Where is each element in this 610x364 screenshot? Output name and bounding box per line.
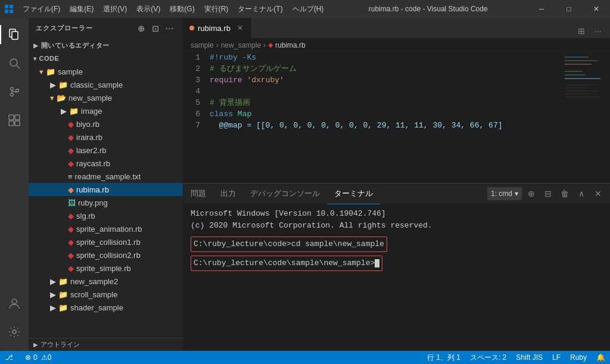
svg-point-6 (10, 59, 17, 66)
menu-select[interactable]: 選択(V) (98, 0, 132, 18)
panel-tab-problems[interactable]: 問題 (183, 183, 213, 204)
activity-search[interactable] (0, 49, 29, 77)
tree-item-laser2[interactable]: ◆ laser2.rb (29, 144, 183, 157)
tree-item-scroll-sample[interactable]: ▶ 📁 scroll_sample (29, 288, 183, 301)
split-editor-button[interactable]: ⊞ (574, 24, 589, 38)
breadcrumb: sample › new_sample › ◆ rubima.rb (183, 39, 610, 52)
svg-rect-23 (565, 78, 600, 79)
tree-item-ruby-png[interactable]: 🖼 ruby.png (29, 196, 183, 209)
tab-rubima[interactable]: rubima.rb ✕ (183, 18, 251, 38)
tree-item-sprite-collision2[interactable]: ◆ sprite_collision2.rb (29, 248, 183, 262)
more-actions-button[interactable]: ··· (591, 24, 605, 38)
tree-item-rubima[interactable]: ◆ rubima.rb (29, 183, 183, 196)
menu-file[interactable]: ファイル(F) (18, 0, 65, 18)
tab-bar-actions: ⊞ ··· (574, 24, 610, 38)
tab-close-button[interactable]: ✕ (235, 23, 245, 33)
chevron-down-icon: ▾ (50, 94, 54, 102)
tree-item-sprite-simple[interactable]: ◆ sprite_simple.rb (29, 262, 183, 275)
window-title: rubima.rb - code - Visual Studio Code (328, 5, 528, 13)
sidebar-content: ▶ 開いているエディター ▾ CODE ▾ 📁 sample ▶ 📁 class… (29, 39, 183, 338)
code-line-6: 6 class Map (183, 108, 562, 120)
terminal-shell-dropdown[interactable]: 1: cmd ▾ (487, 187, 522, 200)
sidebar-outline[interactable]: ▶ アウトライン (29, 338, 183, 351)
status-encoding[interactable]: Shift JIS (511, 351, 547, 364)
breadcrumb-sep-2: › (263, 41, 266, 49)
status-left: ⎇ ⊗ 0 ⚠ 0 (0, 351, 56, 364)
panel-tab-output[interactable]: 出力 (213, 183, 243, 204)
tree-item-classic-sample[interactable]: ▶ 📁 classic_sample (29, 78, 183, 91)
tree-item-sprite-animation[interactable]: ◆ sprite_animation.rb (29, 222, 183, 235)
svg-rect-25 (565, 88, 587, 88)
chevron-right-icon: ▶ (33, 341, 38, 348)
status-branch[interactable]: ⎇ (0, 351, 20, 364)
svg-point-9 (11, 94, 14, 97)
panel-tab-actions: 1: cmd ▾ ⊕ ⊟ 🗑 ∧ ✕ (487, 186, 610, 201)
status-language[interactable]: Ruby (565, 351, 592, 364)
tab-label: rubima.rb (198, 24, 231, 33)
panel-maximize-button[interactable]: ∧ (574, 186, 589, 201)
menu-terminal[interactable]: ターミナル(T) (233, 0, 287, 18)
minimize-button[interactable]: ─ (528, 0, 555, 18)
folder-open-icon: 📂 (57, 94, 66, 102)
menu-help[interactable]: ヘルプ(H) (288, 0, 329, 18)
terminal-welcome-2: (c) 2020 Microsoft Corporation. All righ… (191, 220, 603, 232)
activity-settings[interactable] (0, 318, 29, 346)
terminal-content[interactable]: Microsoft Windows [Version 10.0.19042.74… (183, 204, 610, 293)
activity-extensions[interactable] (0, 106, 29, 135)
status-errors[interactable]: ⊗ 0 ⚠ 0 (20, 351, 56, 364)
svg-point-16 (13, 330, 16, 334)
status-bell[interactable]: 🔔 (592, 351, 610, 364)
folder-icon: 📁 (58, 290, 68, 299)
split-terminal-button[interactable]: ⊟ (541, 186, 555, 201)
tree-item-sample[interactable]: ▾ 📁 sample (29, 65, 183, 78)
svg-rect-3 (10, 10, 13, 13)
section-code[interactable]: ▾ CODE (29, 52, 183, 65)
code-editor[interactable]: 1 #!ruby -Ks 2 # るびまサンプルゲーム 3 require 'd… (183, 52, 562, 183)
close-button[interactable]: ✕ (583, 0, 610, 18)
breadcrumb-new-sample[interactable]: new_sample (221, 41, 261, 49)
new-terminal-button[interactable]: ⊕ (524, 186, 539, 201)
menu-view[interactable]: 表示(V) (132, 0, 165, 18)
code-line-4: 4 (183, 86, 562, 97)
ruby-file-icon: ◆ (68, 264, 74, 273)
activity-account[interactable] (0, 289, 29, 318)
activity-source-control[interactable] (0, 77, 29, 106)
tree-item-readme[interactable]: ≡ readme_sample.txt (29, 170, 183, 183)
section-open-editors[interactable]: ▶ 開いているエディター (29, 39, 183, 52)
menu-edit[interactable]: 編集(E) (65, 0, 98, 18)
menu-bar: ファイル(F) 編集(E) 選択(V) 表示(V) 移動(G) 実行(R) ター… (18, 0, 328, 18)
panel-close-button[interactable]: ✕ (591, 186, 605, 201)
editor-area: rubima.rb ✕ ⊞ ··· sample › new_sample › … (183, 18, 610, 351)
tree-item-sprite-collision1[interactable]: ◆ sprite_collision1.rb (29, 235, 183, 248)
status-position[interactable]: 行 1、列 1 (422, 351, 465, 364)
sidebar-new-file-button[interactable]: ⊕ (135, 23, 147, 35)
tree-item-image[interactable]: ▶ 📁 image (29, 104, 183, 117)
tree-item-iraira[interactable]: ◆ iraira.rb (29, 130, 183, 144)
panel-tab-bar: 問題 出力 デバッグコンソール ターミナル 1: cmd ▾ ⊕ ⊟ 🗑 ∧ ✕ (183, 183, 610, 204)
svg-point-8 (11, 88, 14, 91)
terminal-cmd1: C:\ruby_lecture\code>cd sample\new_sampl… (191, 237, 387, 252)
tree-item-new-sample[interactable]: ▾ 📂 new_sample (29, 91, 183, 104)
sidebar-more-button[interactable]: ··· (164, 23, 176, 35)
menu-go[interactable]: 移動(G) (165, 0, 199, 18)
code-line-3: 3 require 'dxruby' (183, 74, 562, 86)
tree-item-biyo[interactable]: ◆ biyo.rb (29, 117, 183, 130)
folder-icon: 📁 (46, 67, 55, 76)
breadcrumb-file[interactable]: ◆ rubima.rb (268, 41, 306, 49)
panel-tab-debug[interactable]: デバッグコンソール (243, 183, 327, 204)
panel-tab-terminal[interactable]: ターミナル (327, 183, 380, 204)
activity-explorer[interactable] (0, 20, 29, 49)
tree-item-new-sample2[interactable]: ▶ 📁 new_sample2 (29, 275, 183, 288)
sidebar-new-folder-button[interactable]: ⊡ (150, 23, 161, 35)
cursor (375, 259, 379, 267)
editor-row: 1 #!ruby -Ks 2 # るびまサンプルゲーム 3 require 'd… (183, 52, 610, 183)
status-spaces[interactable]: スペース: 2 (465, 351, 511, 364)
maximize-button[interactable]: □ (555, 0, 583, 18)
menu-run[interactable]: 実行(R) (200, 0, 234, 18)
tree-item-shader-sample[interactable]: ▶ 📁 shader_sample (29, 301, 183, 314)
status-line-ending[interactable]: LF (547, 351, 565, 364)
breadcrumb-sample[interactable]: sample (191, 41, 214, 49)
tree-item-raycast[interactable]: ◆ raycast.rb (29, 157, 183, 170)
delete-terminal-button[interactable]: 🗑 (558, 186, 572, 201)
tree-item-slg[interactable]: ◆ slg.rb (29, 209, 183, 222)
